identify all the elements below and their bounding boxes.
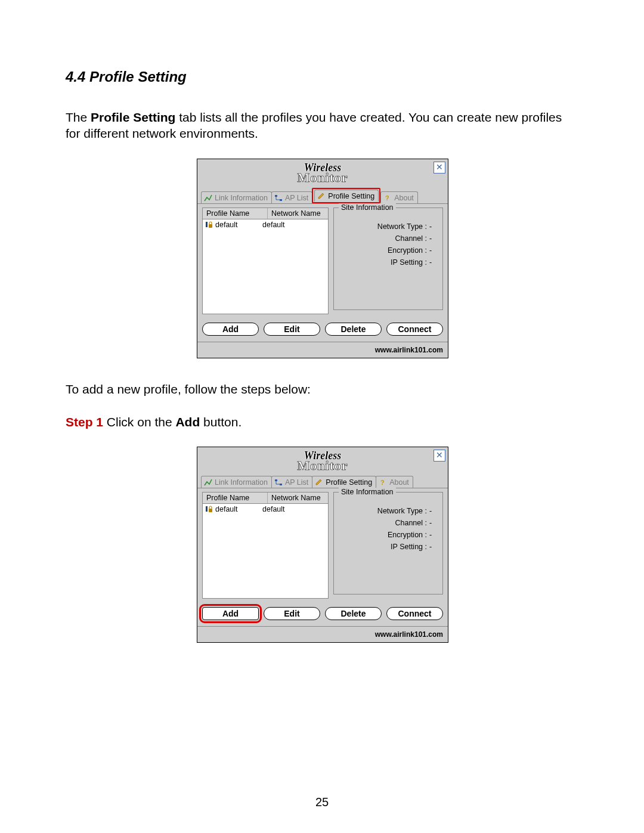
label-network-type: Network Type :	[339, 222, 429, 231]
button-row: Add Edit Delete Connect	[197, 319, 448, 342]
value-network-type: -	[429, 507, 438, 515]
list-body[interactable]: default default	[202, 219, 329, 314]
group-title: Site Information	[339, 488, 396, 496]
col-profile-name[interactable]: Profile Name	[203, 208, 268, 219]
title-bar: Wireless Monitor ✕	[197, 447, 448, 476]
add-button[interactable]: Add	[202, 607, 259, 620]
section-heading: 4.4 Profile Setting	[66, 69, 578, 85]
title-bar: Wireless Monitor ✕	[197, 159, 448, 188]
signal-icon	[204, 194, 212, 202]
screenshot-2: Wireless Monitor ✕ Link Information AP L…	[197, 447, 447, 643]
value-encryption: -	[429, 246, 438, 255]
connect-button[interactable]: Connect	[386, 607, 443, 620]
profile-lock-icon	[205, 506, 213, 513]
button-row: Add Edit Delete Connect	[197, 603, 448, 626]
tab-bar: Link Information AP List Profile Setting…	[197, 188, 448, 203]
page-number: 25	[0, 795, 644, 809]
client-area: Profile Name Network Name default defaul…	[197, 488, 448, 603]
profile-list: Profile Name Network Name default defaul…	[202, 492, 329, 599]
cell-profile-name: default	[215, 505, 238, 513]
label-channel: Channel :	[339, 519, 429, 527]
footer-url: www.airlink101.com	[197, 626, 448, 642]
network-icon	[274, 194, 283, 202]
tab-ap-list[interactable]: AP List	[271, 191, 312, 203]
add-button[interactable]: Add	[202, 323, 259, 336]
tab-label: About	[394, 194, 414, 202]
svg-rect-8	[206, 506, 208, 512]
col-profile-name[interactable]: Profile Name	[203, 493, 268, 503]
value-ip-setting: -	[429, 543, 438, 551]
svg-rect-1	[280, 199, 282, 201]
label-ip-setting: IP Setting :	[339, 543, 429, 551]
help-icon: ?	[379, 479, 387, 486]
value-channel: -	[429, 519, 438, 527]
profile-lock-icon	[205, 221, 213, 228]
connect-button[interactable]: Connect	[386, 323, 443, 336]
cell-network-name: default	[262, 221, 326, 229]
value-encryption: -	[429, 531, 438, 539]
intro-bold: Profile Setting	[91, 110, 175, 124]
list-item[interactable]: default default	[203, 219, 328, 230]
svg-rect-0	[275, 195, 277, 197]
tab-link-information[interactable]: Link Information	[201, 476, 272, 488]
tab-profile-setting[interactable]: Profile Setting	[312, 476, 376, 488]
delete-button[interactable]: Delete	[325, 607, 382, 620]
tab-about[interactable]: ? About	[380, 191, 418, 203]
svg-rect-4	[209, 224, 212, 228]
tab-ap-list[interactable]: AP List	[271, 476, 312, 488]
group-title: Site Information	[339, 203, 396, 212]
edit-button[interactable]: Edit	[264, 323, 320, 336]
svg-rect-6	[280, 484, 282, 485]
label-encryption: Encryption :	[339, 531, 429, 539]
highlight-profile-setting-tab: Profile Setting	[312, 188, 380, 203]
tab-link-information[interactable]: Link Information	[201, 191, 272, 203]
profile-list: Profile Name Network Name default defaul…	[202, 208, 329, 314]
cell-network-name: default	[262, 505, 326, 513]
pencil-icon	[317, 193, 326, 200]
col-network-name[interactable]: Network Name	[268, 208, 328, 219]
tab-label: Profile Setting	[326, 478, 372, 487]
step-label: Step 1	[66, 415, 103, 429]
label-network-type: Network Type :	[339, 507, 429, 515]
step-text-pre: Click on the	[103, 415, 175, 429]
site-information-group: Site Information Network Type :- Channel…	[333, 492, 443, 594]
cell-profile-name: default	[215, 221, 238, 229]
col-network-name[interactable]: Network Name	[268, 493, 328, 503]
tab-label: Link Information	[215, 478, 268, 487]
pencil-icon	[315, 479, 323, 486]
list-item[interactable]: default default	[203, 504, 328, 515]
svg-text:?: ?	[385, 194, 389, 202]
tab-bar: Link Information AP List Profile Setting…	[197, 476, 448, 488]
app-logo: Wireless Monitor	[297, 163, 348, 184]
close-button[interactable]: ✕	[434, 162, 445, 174]
list-header: Profile Name Network Name	[202, 492, 329, 504]
edit-button[interactable]: Edit	[264, 607, 320, 620]
tab-about[interactable]: ? About	[376, 476, 413, 488]
intro-text-pre: The	[66, 110, 91, 124]
svg-text:?: ?	[380, 479, 385, 486]
help-icon: ?	[383, 194, 392, 202]
svg-rect-9	[209, 509, 212, 512]
app-logo: Wireless Monitor	[297, 451, 348, 472]
tab-label: Link Information	[215, 194, 268, 202]
tab-profile-setting[interactable]: Profile Setting	[314, 190, 379, 202]
svg-rect-3	[206, 222, 208, 227]
app-window: Wireless Monitor ✕ Link Information AP L…	[197, 159, 448, 358]
tab-label: AP List	[285, 478, 308, 487]
step-bold: Add	[175, 415, 200, 429]
logo-line2: Monitor	[297, 172, 348, 184]
tab-label: AP List	[285, 194, 308, 202]
follow-text: To add a new profile, follow the steps b…	[66, 381, 578, 397]
site-information-group: Site Information Network Type :- Channel…	[333, 208, 443, 310]
list-header: Profile Name Network Name	[202, 208, 329, 219]
delete-button[interactable]: Delete	[325, 323, 382, 336]
network-icon	[274, 479, 283, 486]
list-body[interactable]: default default	[202, 504, 329, 599]
value-network-type: -	[429, 222, 438, 231]
value-ip-setting: -	[429, 258, 438, 267]
logo-line2: Monitor	[297, 460, 348, 472]
close-button[interactable]: ✕	[434, 450, 445, 462]
tab-label: Profile Setting	[328, 192, 374, 200]
label-encryption: Encryption :	[339, 246, 429, 255]
step-1: Step 1 Click on the Add button.	[66, 414, 578, 430]
